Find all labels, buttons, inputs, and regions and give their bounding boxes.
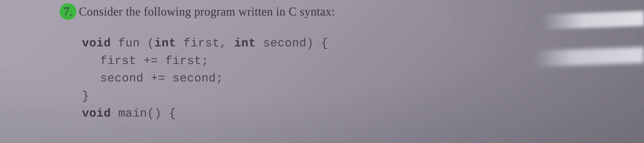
keyword-int: int [154, 36, 176, 50]
code-line-4: } [82, 88, 644, 105]
code-text: main() { [111, 107, 176, 120]
question-number-badge: 7. [60, 3, 76, 20]
code-text: fun ( [111, 36, 154, 50]
code-line-3: second += second; [82, 70, 644, 88]
keyword-int: int [234, 36, 256, 50]
question-number: 7. [64, 5, 72, 18]
code-text: second) { [256, 36, 328, 50]
code-line-1: void fun (int first, int second) { [82, 35, 644, 52]
code-line-5: void main() { [82, 105, 644, 122]
code-text: first, [176, 36, 234, 50]
code-block: void fun (int first, int second) { first… [60, 35, 644, 122]
keyword-void: void [82, 36, 111, 50]
question-text: Consider the following program written i… [79, 5, 335, 18]
keyword-void: void [82, 107, 111, 120]
